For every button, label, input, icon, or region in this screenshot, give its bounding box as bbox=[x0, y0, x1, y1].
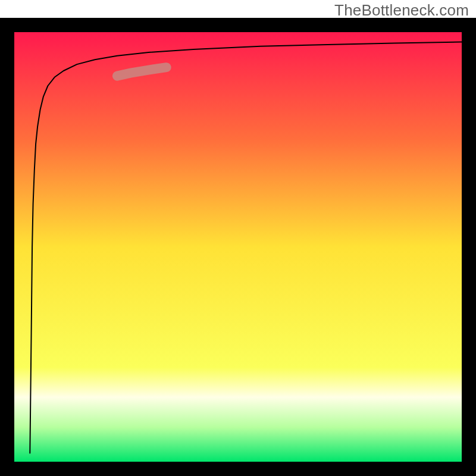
watermark-text: TheBottleneck.com bbox=[334, 1, 469, 20]
svg-rect-2 bbox=[0, 18, 14, 476]
svg-rect-3 bbox=[462, 18, 476, 476]
svg-rect-0 bbox=[0, 18, 476, 32]
plot-background bbox=[14, 32, 462, 462]
chart-container: TheBottleneck.com bbox=[0, 0, 476, 476]
chart-svg bbox=[0, 0, 476, 476]
svg-rect-1 bbox=[0, 462, 476, 476]
